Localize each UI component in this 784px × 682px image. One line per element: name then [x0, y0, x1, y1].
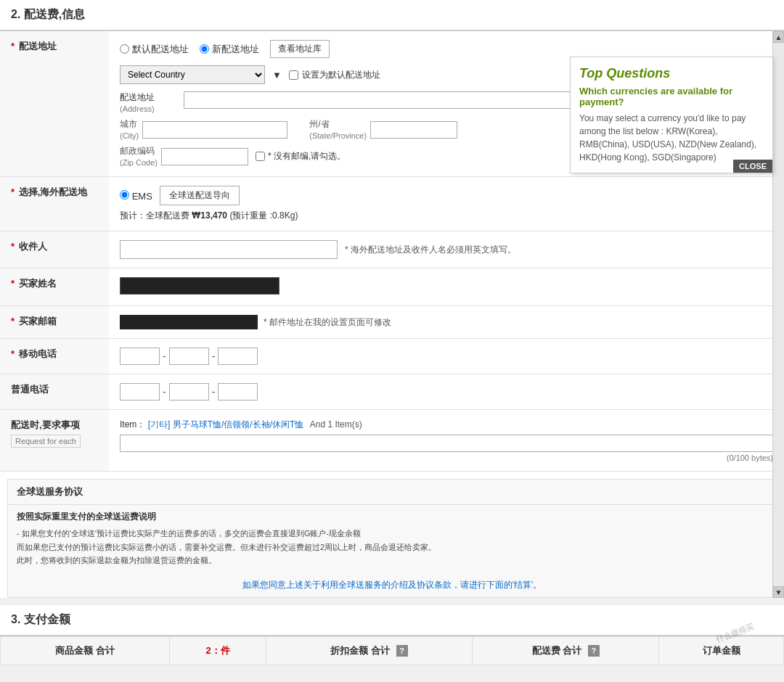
payment-col-count: 2：件	[170, 637, 266, 665]
regular-phone-group: - -	[120, 383, 773, 400]
address-type-selector: 默认配送地址 新配送地址 查看地址库	[120, 40, 773, 58]
no-zip-label[interactable]: * 没有邮编,请勾选。	[256, 150, 346, 163]
close-button[interactable]: CLOSE	[733, 160, 772, 173]
shipping-question-button[interactable]: ?	[588, 645, 600, 657]
buyer-name-content	[109, 268, 784, 306]
recipient-input[interactable]	[120, 240, 338, 259]
weight-text: (预计重量 :0.8Kg)	[229, 210, 298, 221]
regular-phone-input1[interactable]	[120, 383, 160, 400]
delivery-notes-content: Item： [기타] 男子马球T恤/信领领/长袖/休闲T恤 And 1 Item…	[109, 410, 784, 472]
buyer-email-display	[120, 315, 258, 329]
top-questions-popup: Top Questions Which currencies are avail…	[570, 57, 773, 173]
ems-label: EMS	[132, 191, 152, 202]
zip-label: 邮政编码	[120, 146, 155, 156]
buyer-name-display	[120, 277, 279, 295]
buyer-email-label: * 买家邮箱	[0, 306, 109, 339]
shipping-method-content: EMS 全球送配送导向 预计：全球配送费 ₩13,470 (预计重量 :0.8K…	[109, 177, 784, 231]
scrollbar-down[interactable]: ▼	[773, 586, 784, 598]
default-addr-checkbox-label[interactable]: 设置为默认配送地址	[289, 69, 380, 81]
new-address-label: 新配送地址	[212, 43, 259, 56]
mobile-phone-input1[interactable]	[120, 348, 160, 365]
city-label: 城市	[120, 119, 137, 129]
state-input[interactable]	[370, 121, 457, 139]
top-questions-title: Top Questions	[579, 66, 764, 81]
zip-en-label: (Zip Code)	[120, 158, 158, 167]
regular-phone-row: 普通电话 - -	[0, 374, 784, 410]
payment-col-discount: 折扣金额 合计 ?	[266, 637, 473, 665]
city-input[interactable]	[142, 121, 287, 139]
ems-radio-label[interactable]: EMS	[120, 190, 152, 202]
buyer-name-label: * 买家姓名	[0, 268, 109, 306]
bytes-info: (0/100 bytes)	[120, 453, 773, 462]
buyer-email-row: * 买家邮箱 * 邮件地址在我的设置页面可修改	[0, 306, 784, 339]
default-addr-checkbox[interactable]	[289, 70, 298, 80]
ems-guide-button[interactable]: 全球送配送导向	[160, 186, 240, 205]
section3: 3. 支付金额 商品金额 合计 2：件 折扣金额 合计 ? 配送费 合计 ?	[0, 605, 784, 665]
ems-row: EMS 全球送配送导向	[120, 186, 773, 205]
new-address-radio[interactable]	[200, 44, 209, 54]
discount-question-button[interactable]: ?	[396, 645, 408, 657]
no-zip-text: * 没有邮编,请勾选。	[268, 150, 346, 163]
agreement-link-row: 如果您同意上述关于利用全球送服务的介绍及协议条款，请进行下面的'结算'。	[8, 573, 776, 597]
ems-radio[interactable]	[120, 190, 129, 200]
recipient-label: * 收件人	[0, 231, 109, 268]
agreement-subtitle: 按照实际重里支付的全球送运费说明	[17, 511, 761, 523]
delivery-notes-main-label: 配送时,要求事项	[11, 419, 98, 432]
zip-input[interactable]	[161, 148, 248, 165]
phone-separator2: -	[212, 350, 216, 362]
address-field-label: * 配送地址	[0, 31, 109, 177]
agreement-body: 按照实际重里支付的全球送运费说明 - 如果您支付的'全球送'预计运费比实际产生的…	[8, 505, 776, 573]
regular-phone-input2[interactable]	[169, 383, 209, 400]
mobile-phone-content: - -	[109, 339, 784, 374]
item-link[interactable]: [기타] 男子马球T恤/信领领/长袖/休闲T恤	[148, 419, 304, 430]
item-more: And 1 Item(s)	[310, 419, 362, 430]
regular-phone-label: 普通电话	[0, 374, 109, 410]
item-prefix: Item：	[120, 419, 145, 430]
city-en-label: (City)	[120, 131, 139, 140]
agreement-line1: - 如果您支付的'全球送'预计运费比实际产生的运费多的话，多交的运费会直接退到G…	[17, 527, 761, 541]
buyer-email-content: * 邮件地址在我的设置页面可修改	[109, 306, 784, 338]
regular-phone-input3[interactable]	[218, 383, 258, 400]
view-address-button[interactable]: 查看地址库	[270, 40, 330, 58]
top-questions-body: You may select a currency you'd like to …	[579, 112, 764, 164]
phone-sep2: -	[212, 386, 216, 398]
delivery-notes-input[interactable]	[120, 435, 773, 452]
mobile-phone-input3[interactable]	[218, 348, 258, 365]
buyer-name-row: * 买家姓名	[0, 268, 784, 306]
delivery-notes-sub-label: Request for each	[11, 435, 81, 448]
mobile-phone-group: - -	[120, 348, 773, 365]
default-addr-text: 设置为默认配送地址	[302, 69, 380, 81]
state-en-label: (State/Province)	[309, 131, 367, 140]
default-address-label: 默认配送地址	[132, 43, 189, 56]
regular-phone-content: - -	[109, 374, 784, 410]
payment-table: 商品金额 合计 2：件 折扣金额 合计 ? 配送费 合计 ? 订单金额	[0, 636, 784, 665]
mobile-phone-input2[interactable]	[169, 348, 209, 365]
agreement-link[interactable]: 如果您同意上述关于利用全球送服务的介绍及协议条款，请进行下面的'结算'。	[242, 580, 542, 590]
select-arrow-icon: ▼	[272, 70, 282, 81]
estimate-text: 预计：全球配送费	[120, 210, 189, 221]
payment-col-merchandise: 商品金额 合计	[1, 637, 170, 665]
section2-title: 2. 配送费,信息	[0, 0, 784, 31]
recipient-content: * 海外配送地址及收件人名必须用英文填写。	[109, 231, 784, 268]
scrollbar-up[interactable]: ▲	[773, 31, 784, 43]
default-address-radio-label[interactable]: 默认配送地址	[120, 43, 189, 56]
agreement-scrollbar[interactable]: ▲ ▼	[772, 31, 784, 598]
phone-separator1: -	[163, 350, 166, 362]
new-address-radio-label[interactable]: 新配送地址	[200, 43, 259, 56]
agreement-section: 全球送服务协议 按照实际重里支付的全球送运费说明 - 如果您支付的'全球送'预计…	[7, 479, 777, 598]
shipping-method-label: * 选择,海外配送地	[0, 177, 109, 231]
no-zip-checkbox[interactable]	[256, 152, 265, 161]
ems-estimate: 预计：全球配送费 ₩13,470 (预计重量 :0.8Kg)	[120, 210, 773, 222]
default-address-radio[interactable]	[120, 44, 129, 54]
delivery-notes-label-cell: 配送时,要求事项 Request for each	[0, 410, 109, 472]
delivery-notes-row: 配送时,要求事项 Request for each Item： [기타] 男子马…	[0, 410, 784, 472]
recipient-note: * 海外配送地址及收件人名必须用英文填写。	[345, 244, 516, 256]
item-label-row: Item： [기타] 男子马球T恤/信领领/长袖/休闲T恤 And 1 Item…	[120, 419, 773, 431]
shipping-method-row: * 选择,海外配送地 EMS 全球送配送导向 预计：全球配送费	[0, 177, 784, 231]
ems-price: ₩13,470	[192, 210, 227, 221]
country-select[interactable]: Select Country	[120, 65, 265, 84]
mobile-phone-label: * 移动电话	[0, 339, 109, 374]
payment-header-row: 商品金额 合计 2：件 折扣金额 合计 ? 配送费 合计 ? 订单金额	[1, 637, 784, 665]
agreement-line3: 此时，您将收到的实际退款金额为扣除退货运费的金额。	[17, 554, 761, 567]
address-field-sublabel: 配送地址 (Address)	[120, 91, 178, 114]
